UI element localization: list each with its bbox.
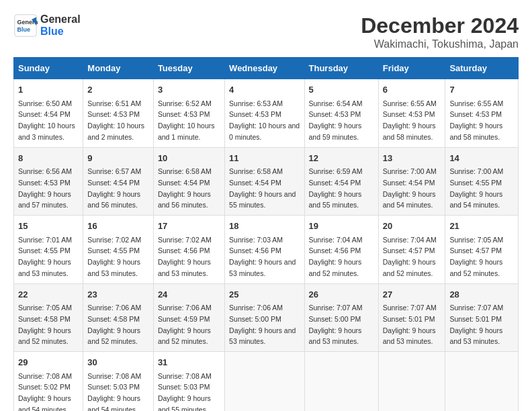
day-cell: 25Sunrise: 7:06 AMSunset: 5:00 PMDayligh… xyxy=(225,283,304,352)
column-header-tuesday: Tuesday xyxy=(153,58,224,79)
cell-text: Sunrise: 7:02 AMSunset: 4:55 PMDaylight:… xyxy=(87,236,141,277)
day-number: 24 xyxy=(158,288,220,302)
cell-text: Sunrise: 7:07 AMSunset: 5:01 PMDaylight:… xyxy=(449,304,503,345)
page-header: General Blue General Blue December 2024 … xyxy=(13,13,519,50)
cell-text: Sunrise: 6:59 AMSunset: 4:54 PMDaylight:… xyxy=(309,167,363,209)
day-number: 20 xyxy=(383,220,441,233)
day-cell: 26Sunrise: 7:07 AMSunset: 5:00 PMDayligh… xyxy=(304,283,378,352)
day-cell xyxy=(378,352,445,412)
day-number: 1 xyxy=(18,83,79,97)
day-number: 12 xyxy=(309,152,374,165)
day-number: 27 xyxy=(383,288,441,302)
cell-text: Sunrise: 7:05 AMSunset: 4:57 PMDaylight:… xyxy=(449,236,503,277)
day-number: 9 xyxy=(87,152,149,165)
cell-text: Sunrise: 7:01 AMSunset: 4:55 PMDaylight:… xyxy=(18,236,72,277)
cell-text: Sunrise: 6:51 AMSunset: 4:53 PMDaylight:… xyxy=(87,99,144,141)
cell-text: Sunrise: 6:57 AMSunset: 4:54 PMDaylight:… xyxy=(87,167,141,209)
day-number: 5 xyxy=(309,83,374,97)
day-cell: 6Sunrise: 6:55 AMSunset: 4:53 PMDaylight… xyxy=(378,79,445,148)
day-cell: 24Sunrise: 7:06 AMSunset: 4:59 PMDayligh… xyxy=(153,283,224,352)
cell-text: Sunrise: 6:56 AMSunset: 4:53 PMDaylight:… xyxy=(18,167,72,209)
day-number: 28 xyxy=(449,288,514,302)
cell-text: Sunrise: 6:53 AMSunset: 4:53 PMDaylight:… xyxy=(229,99,300,141)
cell-text: Sunrise: 6:50 AMSunset: 4:54 PMDaylight:… xyxy=(18,99,75,141)
day-cell: 18Sunrise: 7:03 AMSunset: 4:56 PMDayligh… xyxy=(225,216,304,284)
week-row-2: 8Sunrise: 6:56 AMSunset: 4:53 PMDaylight… xyxy=(14,147,519,216)
subtitle: Wakimachi, Tokushima, Japan xyxy=(361,38,519,50)
day-number: 17 xyxy=(158,220,220,233)
column-header-sunday: Sunday xyxy=(14,58,83,79)
day-number: 7 xyxy=(449,83,514,97)
week-row-1: 1Sunrise: 6:50 AMSunset: 4:54 PMDaylight… xyxy=(14,79,519,148)
day-cell: 8Sunrise: 6:56 AMSunset: 4:53 PMDaylight… xyxy=(14,147,83,216)
day-number: 11 xyxy=(229,152,300,165)
day-cell: 5Sunrise: 6:54 AMSunset: 4:53 PMDaylight… xyxy=(304,79,378,148)
day-cell xyxy=(445,352,519,412)
day-cell: 22Sunrise: 7:05 AMSunset: 4:58 PMDayligh… xyxy=(14,283,83,352)
day-cell: 28Sunrise: 7:07 AMSunset: 5:01 PMDayligh… xyxy=(445,283,519,352)
day-number: 16 xyxy=(87,220,149,233)
cell-text: Sunrise: 6:55 AMSunset: 4:53 PMDaylight:… xyxy=(449,99,503,141)
day-number: 22 xyxy=(18,288,79,302)
column-header-friday: Friday xyxy=(378,58,445,79)
cell-text: Sunrise: 7:00 AMSunset: 4:54 PMDaylight:… xyxy=(383,167,437,209)
day-number: 30 xyxy=(87,356,149,369)
day-cell: 4Sunrise: 6:53 AMSunset: 4:53 PMDaylight… xyxy=(225,79,304,148)
logo-icon: General Blue xyxy=(13,13,38,38)
column-header-wednesday: Wednesday xyxy=(225,58,304,79)
week-row-4: 22Sunrise: 7:05 AMSunset: 4:58 PMDayligh… xyxy=(14,283,519,352)
svg-text:Blue: Blue xyxy=(17,26,30,33)
day-number: 21 xyxy=(449,220,514,233)
day-cell: 14Sunrise: 7:00 AMSunset: 4:55 PMDayligh… xyxy=(445,147,519,216)
cell-text: Sunrise: 7:05 AMSunset: 4:58 PMDaylight:… xyxy=(18,304,72,345)
day-number: 31 xyxy=(158,356,220,369)
day-cell: 17Sunrise: 7:02 AMSunset: 4:56 PMDayligh… xyxy=(153,216,224,284)
logo-text: General Blue xyxy=(40,13,81,37)
cell-text: Sunrise: 7:06 AMSunset: 4:59 PMDaylight:… xyxy=(158,304,212,345)
day-cell: 11Sunrise: 6:58 AMSunset: 4:54 PMDayligh… xyxy=(225,147,304,216)
column-header-monday: Monday xyxy=(83,58,154,79)
day-number: 23 xyxy=(87,288,149,302)
day-cell: 12Sunrise: 6:59 AMSunset: 4:54 PMDayligh… xyxy=(304,147,378,216)
day-cell: 31Sunrise: 7:08 AMSunset: 5:03 PMDayligh… xyxy=(153,352,224,412)
day-cell: 13Sunrise: 7:00 AMSunset: 4:54 PMDayligh… xyxy=(378,147,445,216)
cell-text: Sunrise: 7:04 AMSunset: 4:56 PMDaylight:… xyxy=(309,236,363,277)
day-cell: 7Sunrise: 6:55 AMSunset: 4:53 PMDaylight… xyxy=(445,79,519,148)
calendar-table: SundayMondayTuesdayWednesdayThursdayFrid… xyxy=(13,57,519,411)
week-row-3: 15Sunrise: 7:01 AMSunset: 4:55 PMDayligh… xyxy=(14,216,519,284)
column-header-saturday: Saturday xyxy=(445,58,519,79)
day-cell: 15Sunrise: 7:01 AMSunset: 4:55 PMDayligh… xyxy=(14,216,83,284)
cell-text: Sunrise: 7:07 AMSunset: 5:00 PMDaylight:… xyxy=(309,304,363,345)
day-number: 10 xyxy=(158,152,220,165)
day-cell xyxy=(304,352,378,412)
day-cell: 1Sunrise: 6:50 AMSunset: 4:54 PMDaylight… xyxy=(14,79,83,148)
main-title: December 2024 xyxy=(361,13,519,38)
day-cell: 20Sunrise: 7:04 AMSunset: 4:57 PMDayligh… xyxy=(378,216,445,284)
cell-text: Sunrise: 7:08 AMSunset: 5:03 PMDaylight:… xyxy=(158,372,212,412)
cell-text: Sunrise: 7:08 AMSunset: 5:03 PMDaylight:… xyxy=(87,372,141,412)
cell-text: Sunrise: 6:55 AMSunset: 4:53 PMDaylight:… xyxy=(383,99,437,141)
cell-text: Sunrise: 6:52 AMSunset: 4:53 PMDaylight:… xyxy=(158,99,215,141)
cell-text: Sunrise: 7:06 AMSunset: 4:58 PMDaylight:… xyxy=(87,304,141,345)
day-number: 6 xyxy=(383,83,441,97)
day-number: 8 xyxy=(18,152,79,165)
day-number: 19 xyxy=(309,220,374,233)
cell-text: Sunrise: 6:54 AMSunset: 4:53 PMDaylight:… xyxy=(309,99,363,141)
day-cell xyxy=(225,352,304,412)
logo: General Blue General Blue xyxy=(13,13,81,38)
day-cell: 23Sunrise: 7:06 AMSunset: 4:58 PMDayligh… xyxy=(83,283,154,352)
day-cell: 10Sunrise: 6:58 AMSunset: 4:54 PMDayligh… xyxy=(153,147,224,216)
cell-text: Sunrise: 7:07 AMSunset: 5:01 PMDaylight:… xyxy=(383,304,437,345)
day-number: 13 xyxy=(383,152,441,165)
day-number: 18 xyxy=(229,220,300,233)
cell-text: Sunrise: 7:08 AMSunset: 5:02 PMDaylight:… xyxy=(18,372,72,412)
cell-text: Sunrise: 6:58 AMSunset: 4:54 PMDaylight:… xyxy=(229,167,296,209)
day-number: 29 xyxy=(18,356,79,369)
day-cell: 2Sunrise: 6:51 AMSunset: 4:53 PMDaylight… xyxy=(83,79,154,148)
day-number: 14 xyxy=(449,152,514,165)
day-cell: 21Sunrise: 7:05 AMSunset: 4:57 PMDayligh… xyxy=(445,216,519,284)
day-number: 2 xyxy=(87,83,149,97)
day-number: 4 xyxy=(229,83,300,97)
day-cell: 9Sunrise: 6:57 AMSunset: 4:54 PMDaylight… xyxy=(83,147,154,216)
title-block: December 2024 Wakimachi, Tokushima, Japa… xyxy=(361,13,519,50)
